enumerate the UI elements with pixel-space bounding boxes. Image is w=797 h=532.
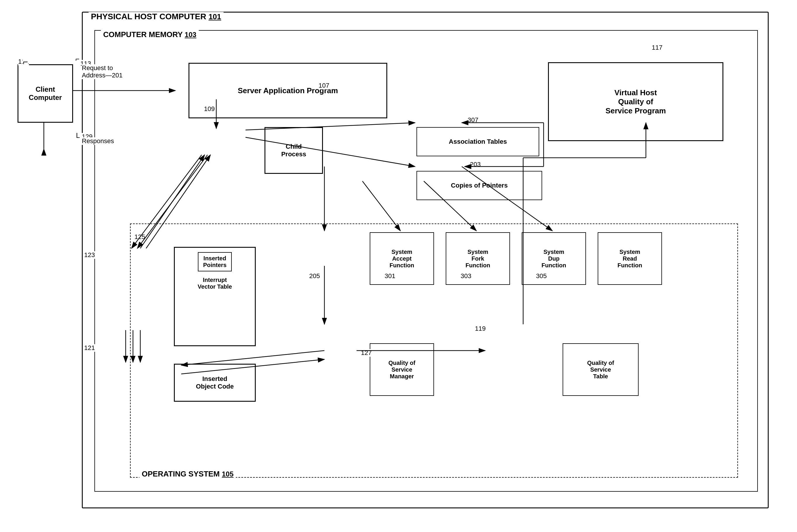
server-app-box: Server Application Program [188, 63, 387, 118]
inserted-obj-code-label: InsertedObject Code [196, 375, 234, 390]
physical-host-label: PHYSICAL HOST COMPUTER 101 [89, 12, 224, 21]
interrupt-vector-label: InterruptVector Table [198, 277, 232, 290]
qos-manager-box: Quality ofServiceManager [370, 343, 434, 396]
num-303: 303 [461, 272, 471, 280]
sys-read-label: SystemReadFunction [617, 249, 642, 269]
num-109: 109 [204, 105, 215, 113]
copies-pointers-label: Copies of Pointers [451, 182, 508, 189]
address-text: Address—201 [82, 72, 123, 79]
qos-table-box: Quality ofServiceTable [562, 343, 638, 396]
child-process-label: ChildProcess [281, 143, 306, 158]
sys-accept-label: SystemAcceptFunction [390, 249, 414, 269]
num-203: 203 [470, 161, 481, 168]
vhost-qos-box: Virtual HostQuality ofService Program [548, 62, 723, 141]
computer-memory-label: COMPUTER MEMORY 103 [101, 30, 199, 39]
sys-dup-box: SystemDupFunction [522, 232, 586, 285]
bracket-111: ⌐ [23, 57, 28, 67]
num-119: 119 [475, 325, 486, 332]
qos-manager-label: Quality ofServiceManager [388, 360, 415, 380]
sys-dup-label: SystemDupFunction [541, 249, 566, 269]
num-301: 301 [385, 272, 395, 280]
os-label: OPERATING SYSTEM 105 [140, 470, 236, 478]
bracket-request: ⌐ [75, 55, 79, 63]
computer-memory-box: COMPUTER MEMORY 103 Server Application P… [94, 30, 758, 492]
sys-read-box: SystemReadFunction [598, 232, 662, 285]
sys-fork-label: SystemForkFunction [466, 249, 490, 269]
num-305: 305 [536, 272, 547, 280]
responses-label: Responses [82, 137, 114, 145]
num-121: 121 [84, 344, 95, 352]
client-computer-label: Client Computer [18, 85, 72, 102]
sys-accept-box: SystemAcceptFunction [370, 232, 434, 285]
num-307: 307 [468, 116, 478, 124]
num-127: 127 [361, 349, 372, 357]
inserted-pointers-box: InsertedPointers InterruptVector Table [174, 247, 256, 346]
physical-host-box: PHYSICAL HOST COMPUTER 101 COMPUTER MEMO… [82, 12, 768, 508]
vhost-qos-label: Virtual HostQuality ofService Program [606, 88, 666, 115]
assoc-tables-label: Association Tables [449, 138, 507, 146]
num-117: 117 [652, 44, 663, 52]
child-process-box: ChildProcess [264, 127, 323, 174]
copies-pointers-box: Copies of Pointers [416, 171, 542, 200]
inserted-pointers-label: InsertedPointers [203, 255, 226, 268]
assoc-tables-box: Association Tables [416, 127, 539, 156]
diagram-container: Client Computer PHYSICAL HOST COMPUTER 1… [18, 12, 777, 520]
inserted-pointers-inner-box: InsertedPointers [198, 252, 232, 271]
request-text: Request to [82, 64, 113, 72]
num-107: 107 [319, 82, 329, 89]
client-computer-box: Client Computer [18, 64, 73, 123]
num-125: 125 [134, 233, 145, 241]
sys-fork-box: SystemForkFunction [446, 232, 510, 285]
num-123: 123 [84, 251, 95, 259]
inserted-obj-code-box: InsertedObject Code [174, 364, 256, 402]
bracket-response: L [76, 131, 80, 140]
num-205: 205 [309, 272, 320, 280]
qos-table-label: Quality ofServiceTable [587, 360, 614, 380]
